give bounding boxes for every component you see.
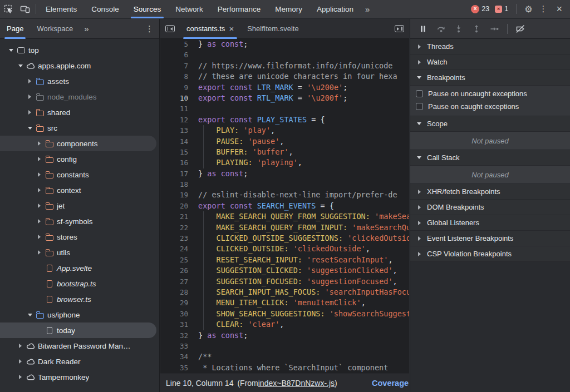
editor-tab-shelfitem-svelte[interactable]: ShelfItem.svelte bbox=[240, 19, 306, 39]
editor-tab-constants-ts[interactable]: constants.ts× bbox=[180, 19, 240, 39]
panel-tab-network[interactable]: Network bbox=[168, 0, 210, 18]
chevron-right-icon[interactable] bbox=[35, 219, 43, 224]
line-number[interactable]: 16 bbox=[160, 157, 188, 168]
source-map-file-link[interactable]: index~B87DnNzwx-.js bbox=[258, 379, 335, 388]
section-xhr-fetch-breakpoints[interactable]: XHR/fetch Breakpoints bbox=[410, 184, 570, 200]
line-number[interactable]: 9 bbox=[160, 82, 188, 93]
tree-item-assets[interactable]: assets bbox=[0, 73, 159, 89]
line-number[interactable]: 8 bbox=[160, 71, 188, 82]
line-number[interactable]: 28 bbox=[160, 287, 188, 297]
section-event-listener-breakpoints[interactable]: Event Listener Breakpoints bbox=[410, 231, 570, 246]
chevron-right-icon[interactable] bbox=[35, 188, 43, 192]
line-number[interactable]: 17 bbox=[160, 168, 188, 179]
line-number[interactable]: 6 bbox=[160, 49, 188, 60]
chevron-right-icon[interactable] bbox=[26, 79, 34, 83]
panel-tab-application[interactable]: Application bbox=[309, 0, 361, 18]
tree-item-bitwarden-password-man[interactable]: Bitwarden Password Man… bbox=[0, 338, 159, 354]
line-number[interactable]: 30 bbox=[160, 309, 188, 319]
hide-navigator-icon[interactable] bbox=[165, 25, 175, 32]
step-button[interactable] bbox=[487, 22, 502, 36]
chevron-right-icon[interactable] bbox=[26, 95, 34, 99]
line-number[interactable]: 18 bbox=[160, 179, 188, 190]
chevron-down-icon[interactable] bbox=[7, 49, 15, 52]
pause-script-button[interactable] bbox=[416, 22, 430, 36]
step-over-button[interactable] bbox=[434, 22, 448, 36]
line-number[interactable]: 23 bbox=[160, 233, 188, 244]
tree-item-dark-reader[interactable]: Dark Reader bbox=[0, 354, 159, 369]
section-dom-breakpoints[interactable]: DOM Breakpoints bbox=[410, 200, 570, 215]
panel-tab-elements[interactable]: Elements bbox=[38, 0, 84, 18]
line-number[interactable]: 7 bbox=[160, 61, 188, 71]
checkbox-unchecked[interactable] bbox=[416, 90, 423, 97]
line-number[interactable]: 33 bbox=[160, 341, 188, 351]
tree-item-browser-ts[interactable]: browser.ts bbox=[0, 291, 159, 307]
checkbox-row-pause-on-uncaught-exceptions[interactable]: Pause on uncaught exceptions bbox=[410, 87, 570, 100]
tree-item-src[interactable]: src bbox=[0, 120, 159, 136]
chevron-right-icon[interactable] bbox=[35, 250, 43, 255]
tree-item-constants[interactable]: constants bbox=[0, 167, 159, 182]
line-number[interactable]: 34 bbox=[160, 351, 188, 362]
panel-tab-sources[interactable]: Sources bbox=[126, 0, 169, 18]
tree-item-config[interactable]: config bbox=[0, 151, 159, 167]
step-into-button[interactable] bbox=[451, 22, 466, 36]
coverage-link[interactable]: Coverage bbox=[372, 379, 409, 388]
line-number[interactable]: 5 bbox=[160, 39, 188, 49]
device-toolbar-icon[interactable] bbox=[17, 0, 33, 18]
tree-item-shared[interactable]: shared bbox=[0, 105, 159, 120]
tree-item-top[interactable]: top bbox=[0, 42, 159, 58]
chevron-right-icon[interactable] bbox=[16, 359, 24, 364]
line-number[interactable]: 22 bbox=[160, 222, 188, 233]
more-navigator-tabs-icon[interactable]: » bbox=[80, 24, 93, 33]
line-number[interactable]: 14 bbox=[160, 136, 188, 147]
chevron-right-icon[interactable] bbox=[35, 172, 43, 177]
chevron-right-icon[interactable] bbox=[16, 375, 24, 379]
line-number[interactable]: 24 bbox=[160, 244, 188, 254]
chevron-right-icon[interactable] bbox=[35, 235, 43, 239]
line-number[interactable]: 15 bbox=[160, 147, 188, 157]
panel-tab-performance[interactable]: Performance bbox=[210, 0, 268, 18]
main-menu-kebab-icon[interactable]: ⋮ bbox=[538, 4, 548, 14]
chevron-right-icon[interactable] bbox=[16, 344, 24, 348]
panel-tab-memory[interactable]: Memory bbox=[268, 0, 309, 18]
section-breakpoints[interactable]: Breakpoints bbox=[410, 70, 570, 86]
section-threads[interactable]: Threads bbox=[410, 39, 570, 54]
close-tab-icon[interactable]: × bbox=[229, 24, 234, 33]
section-watch[interactable]: Watch bbox=[410, 54, 570, 70]
settings-gear-icon[interactable]: ⚙ bbox=[524, 4, 532, 14]
tree-item-utils[interactable]: utils bbox=[0, 245, 159, 260]
section-scope[interactable]: Scope bbox=[410, 116, 570, 132]
tree-item-today[interactable]: today bbox=[0, 322, 156, 338]
inspect-element-icon[interactable] bbox=[0, 0, 17, 18]
tab-page[interactable]: Page bbox=[0, 19, 30, 39]
line-number[interactable]: 35 bbox=[160, 363, 188, 373]
line-number[interactable]: 20 bbox=[160, 201, 188, 211]
navigator-menu-kebab-icon[interactable]: ⋮ bbox=[144, 24, 159, 34]
close-devtools-icon[interactable]: × bbox=[554, 3, 564, 15]
line-number[interactable]: 21 bbox=[160, 211, 188, 222]
chevron-down-icon[interactable] bbox=[26, 314, 34, 316]
line-number[interactable]: 12 bbox=[160, 115, 188, 125]
line-number[interactable]: 32 bbox=[160, 330, 188, 341]
line-number[interactable]: 26 bbox=[160, 265, 188, 276]
tree-item-us-iphone[interactable]: us/iphone bbox=[0, 307, 159, 322]
tree-item-tampermonkey[interactable]: Tampermonkey bbox=[0, 369, 159, 385]
panel-tab-console[interactable]: Console bbox=[84, 0, 126, 18]
checkbox-unchecked[interactable] bbox=[416, 103, 423, 110]
section-global-listeners[interactable]: Global Listeners bbox=[410, 215, 570, 231]
line-number[interactable]: 27 bbox=[160, 276, 188, 287]
tree-item-bootstrap-ts[interactable]: bootstrap.ts bbox=[0, 276, 159, 291]
line-number[interactable]: 29 bbox=[160, 297, 188, 308]
line-number[interactable]: 11 bbox=[160, 103, 188, 114]
more-panels-icon[interactable]: » bbox=[361, 4, 374, 14]
chevron-right-icon[interactable] bbox=[35, 157, 43, 161]
deactivate-breakpoints-icon[interactable] bbox=[513, 22, 528, 36]
chevron-right-icon[interactable] bbox=[35, 141, 43, 146]
tree-item-stores[interactable]: stores bbox=[0, 229, 159, 245]
section-csp-violation-breakpoints[interactable]: CSP Violation Breakpoints bbox=[410, 246, 570, 262]
chevron-right-icon[interactable] bbox=[26, 110, 34, 115]
tree-item-node-modules[interactable]: node_modules bbox=[0, 89, 159, 105]
tree-item-apps-apple-com[interactable]: apps.apple.com bbox=[0, 58, 159, 73]
section-call-stack[interactable]: Call Stack bbox=[410, 150, 570, 166]
line-number[interactable]: 13 bbox=[160, 125, 188, 136]
hide-debugger-icon[interactable] bbox=[395, 25, 404, 32]
